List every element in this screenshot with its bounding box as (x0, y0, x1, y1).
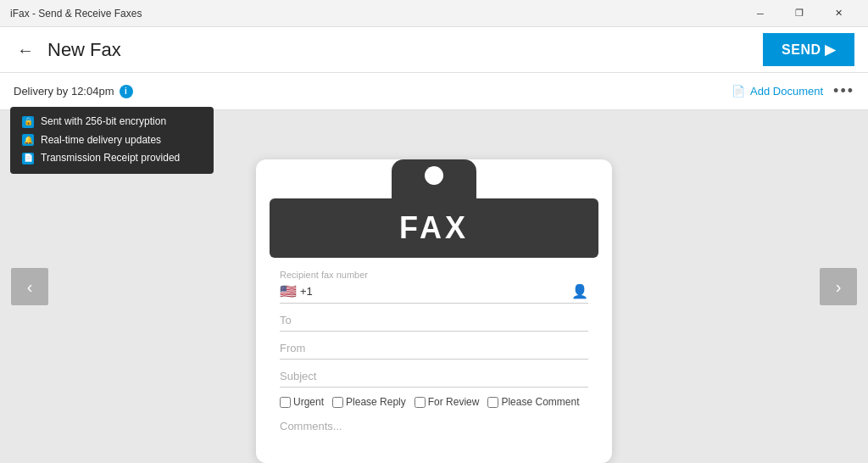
for-review-label: For Review (428, 396, 480, 408)
urgent-checkbox-label[interactable]: Urgent (280, 396, 324, 408)
chevron-left-icon: ‹ (27, 277, 33, 297)
for-review-checkbox-label[interactable]: For Review (415, 396, 480, 408)
please-comment-checkbox-label[interactable]: Please Comment (487, 396, 579, 408)
subject-row (280, 368, 588, 388)
please-reply-label: Please Reply (346, 396, 406, 408)
page-title: New Fax (47, 39, 763, 61)
tooltip-text-encryption: Sent with 256-bit encryption (41, 115, 166, 129)
app-header: ← New Fax SEND ▶ (0, 27, 868, 73)
toolbar-right: 📄 Add Document ••• (732, 82, 854, 100)
comments-placeholder: Comments... (280, 420, 342, 432)
subject-input[interactable] (280, 370, 588, 382)
fax-form: Recipient fax number 🇺🇸 +1 👤 (256, 258, 612, 443)
toolbar: Delivery by 12:04pm i 📄 Add Document •••… (0, 73, 868, 110)
prev-page-button[interactable]: ‹ (11, 268, 48, 305)
comments-area: Comments... (280, 416, 588, 436)
send-button[interactable]: SEND ▶ (763, 33, 854, 66)
clipboard-clip (392, 159, 476, 207)
country-code: +1 (300, 285, 313, 298)
right-nav: › (809, 110, 868, 463)
app-title: iFax - Send & Receive Faxes (10, 8, 741, 20)
urgent-label: Urgent (293, 396, 324, 408)
fax-page: FAX Recipient fax number 🇺🇸 +1 👤 (256, 159, 612, 463)
window-controls: ─ ❐ ✕ (741, 0, 858, 27)
please-reply-checkbox[interactable] (332, 397, 343, 408)
please-reply-checkbox-label[interactable]: Please Reply (332, 396, 406, 408)
doc-icon: 📄 (22, 153, 34, 165)
please-comment-label: Please Comment (501, 396, 579, 408)
next-page-button[interactable]: › (820, 268, 857, 305)
delivery-info[interactable]: Delivery by 12:04pm i (14, 85, 133, 98)
minimize-button[interactable]: ─ (741, 0, 780, 27)
tooltip-item-encryption: 🔒 Sent with 256-bit encryption (22, 115, 202, 129)
titlebar: iFax - Send & Receive Faxes ─ ❐ ✕ (0, 0, 868, 27)
tooltip-text-receipt: Transmission Receipt provided (41, 152, 180, 165)
checkboxes-row: Urgent Please Reply For Review Please Co… (280, 396, 588, 408)
fax-header: FAX (270, 198, 598, 258)
add-doc-label: Add Document (750, 85, 823, 98)
urgent-checkbox[interactable] (280, 397, 291, 408)
info-icon[interactable]: i (120, 85, 133, 98)
please-comment-checkbox[interactable] (487, 397, 498, 408)
tooltip-popup: 🔒 Sent with 256-bit encryption 🔔 Real-ti… (10, 107, 214, 174)
add-document-button[interactable]: 📄 Add Document (732, 85, 823, 98)
bell-icon: 🔔 (22, 134, 34, 146)
more-options-button[interactable]: ••• (833, 82, 854, 100)
to-input[interactable] (280, 314, 588, 326)
clip-hole (425, 166, 443, 185)
contact-icon[interactable]: 👤 (571, 283, 588, 299)
tooltip-item-receipt: 📄 Transmission Receipt provided (22, 152, 202, 165)
from-input[interactable] (280, 342, 588, 354)
chevron-right-icon: › (836, 277, 842, 297)
for-review-checkbox[interactable] (415, 397, 426, 408)
recipient-hint: Recipient fax number (280, 270, 588, 280)
fax-label: FAX (270, 210, 598, 246)
tooltip-item-delivery: 🔔 Real-time delivery updates (22, 134, 202, 148)
restore-button[interactable]: ❐ (780, 0, 819, 27)
to-row (280, 312, 588, 332)
tooltip-text-delivery: Real-time delivery updates (41, 134, 161, 148)
fax-number-input[interactable] (316, 285, 568, 298)
back-button[interactable]: ← (14, 38, 37, 62)
add-doc-icon: 📄 (732, 85, 745, 98)
flag-icon: 🇺🇸 (280, 283, 297, 299)
lock-icon: 🔒 (22, 116, 34, 128)
from-row (280, 340, 588, 360)
delivery-text: Delivery by 12:04pm (14, 85, 114, 98)
fax-number-row: 🇺🇸 +1 👤 (280, 283, 588, 304)
close-button[interactable]: ✕ (819, 0, 858, 27)
